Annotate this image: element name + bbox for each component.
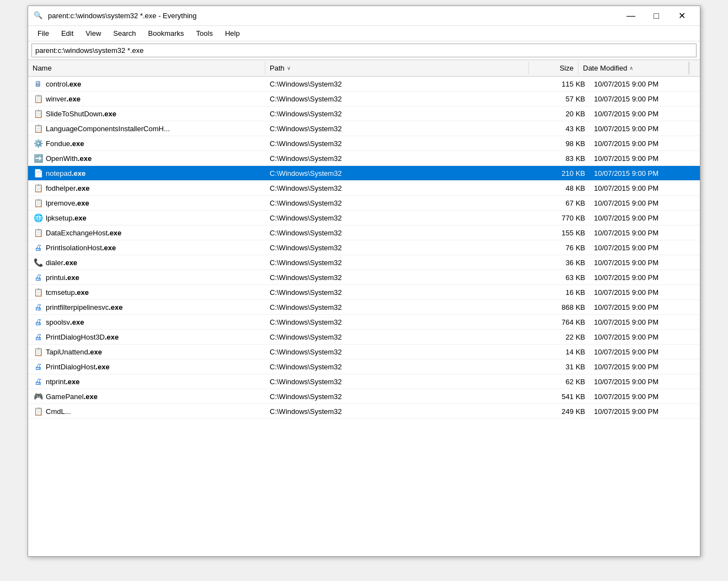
table-body: 🖥control.exeC:\Windows\System32115 KB10/… (28, 77, 700, 556)
menu-file[interactable]: File (33, 27, 54, 40)
cell-size: 249 KB (540, 404, 590, 418)
cell-date: 10/07/2015 9:00 PM (590, 92, 700, 106)
minimize-button[interactable]: — (618, 8, 644, 24)
file-name-text: PrintDialogHost.exe (46, 363, 110, 371)
cell-date: 10/07/2015 9:00 PM (590, 106, 700, 121)
cell-name: 🖨PrintIsolationHost.exe (28, 240, 265, 255)
table-row[interactable]: 📋SlideToShutDown.exeC:\Windows\System322… (28, 106, 700, 121)
close-button[interactable]: ✕ (669, 8, 694, 24)
table-row[interactable]: 🌐lpksetup.exeC:\Windows\System32770 KB10… (28, 211, 700, 225)
cell-size: 36 KB (540, 255, 590, 270)
file-name-text: printfilterpipelinesvc.exe (46, 303, 122, 311)
file-name-text: control.exe (46, 80, 81, 88)
cell-date: 10/07/2015 9:00 PM (590, 196, 700, 210)
file-icon: 📋 (33, 287, 44, 298)
file-icon: 📋 (33, 197, 44, 208)
col-header-name[interactable]: Name (28, 62, 265, 74)
menu-view[interactable]: View (81, 27, 106, 40)
file-name-text: fodhelper.exe (46, 184, 90, 192)
menu-help[interactable]: Help (220, 27, 245, 40)
cell-size: 31 KB (540, 359, 590, 374)
cell-path: C:\Windows\System32 (265, 166, 540, 180)
cell-size: 14 KB (540, 345, 590, 359)
table-row[interactable]: 🖨printfilterpipelinesvc.exeC:\Windows\Sy… (28, 300, 700, 315)
cell-path: C:\Windows\System32 (265, 404, 540, 418)
table-row[interactable]: 🖨PrintIsolationHost.exeC:\Windows\System… (28, 240, 700, 255)
file-icon: 🖨 (33, 242, 44, 253)
cell-name: 📋tcmsetup.exe (28, 285, 265, 299)
file-icon: 📋 (33, 346, 44, 357)
cell-name: ➡️OpenWith.exe (28, 151, 265, 165)
table-row[interactable]: 📋LanguageComponentsInstallerComH...C:\Wi… (28, 121, 700, 136)
cell-name: 🖥control.exe (28, 77, 265, 91)
cell-path: C:\Windows\System32 (265, 181, 540, 195)
table-row[interactable]: 🖨PrintDialogHost3D.exeC:\Windows\System3… (28, 330, 700, 345)
cell-path: C:\Windows\System32 (265, 359, 540, 374)
table-row[interactable]: ➡️OpenWith.exeC:\Windows\System3283 KB10… (28, 151, 700, 166)
menu-bookmarks[interactable]: Bookmarks (143, 27, 189, 40)
file-icon: 🖨 (33, 272, 44, 283)
cell-path: C:\Windows\System32 (265, 330, 540, 344)
cell-date: 10/07/2015 9:00 PM (590, 270, 700, 284)
maximize-button[interactable]: □ (644, 8, 669, 24)
window-controls: — □ ✕ (618, 8, 694, 24)
cell-date: 10/07/2015 9:00 PM (590, 315, 700, 329)
cell-name: 🖨PrintDialogHost.exe (28, 359, 265, 374)
table-row[interactable]: 🖨ntprint.exeC:\Windows\System3262 KB10/0… (28, 374, 700, 389)
cell-name: ⚙️Fondue.exe (28, 136, 265, 150)
cell-path: C:\Windows\System32 (265, 315, 540, 329)
cell-size: 63 KB (540, 270, 590, 284)
table-row[interactable]: 🖨spoolsv.exeC:\Windows\System32764 KB10/… (28, 315, 700, 330)
cell-path: C:\Windows\System32 (265, 240, 540, 255)
table-row[interactable]: 📋CmdL...C:\Windows\System32249 KB10/07/2… (28, 404, 700, 419)
table-row[interactable]: 📋tcmsetup.exeC:\Windows\System3216 KB10/… (28, 285, 700, 300)
table-row[interactable]: 🎮GamePanel.exeC:\Windows\System32541 KB1… (28, 389, 700, 404)
col-header-size[interactable]: Size (529, 62, 579, 74)
search-input[interactable] (31, 44, 697, 57)
table-row[interactable]: 📋DataExchangeHost.exeC:\Windows\System32… (28, 225, 700, 240)
cell-size: 57 KB (540, 92, 590, 106)
table-row[interactable]: ⚙️Fondue.exeC:\Windows\System3298 KB10/0… (28, 136, 700, 151)
window-title: parent:c:\windows\system32 *.exe - Every… (48, 12, 618, 20)
table-row[interactable]: 🖥control.exeC:\Windows\System32115 KB10/… (28, 77, 700, 92)
scrollbar-header (689, 62, 698, 74)
cell-path: C:\Windows\System32 (265, 255, 540, 270)
file-icon: ⚙️ (33, 138, 44, 149)
app-icon: 🔍 (34, 11, 44, 21)
file-icon: 🖨 (33, 361, 44, 372)
table-row[interactable]: 📋winver.exeC:\Windows\System3257 KB10/07… (28, 92, 700, 106)
cell-path: C:\Windows\System32 (265, 77, 540, 91)
cell-name: 🎮GamePanel.exe (28, 389, 265, 404)
cell-date: 10/07/2015 9:00 PM (590, 151, 700, 165)
file-name-text: LanguageComponentsInstallerComH... (46, 125, 170, 133)
table-row[interactable]: 🖨printui.exeC:\Windows\System3263 KB10/0… (28, 270, 700, 285)
cell-size: 20 KB (540, 106, 590, 121)
cell-date: 10/07/2015 9:00 PM (590, 211, 700, 225)
cell-date: 10/07/2015 9:00 PM (590, 389, 700, 404)
cell-size: 868 KB (540, 300, 590, 314)
cell-date: 10/07/2015 9:00 PM (590, 77, 700, 91)
cell-name: 📋winver.exe (28, 92, 265, 106)
col-header-date[interactable]: Date Modified ∧ (579, 62, 689, 74)
table-row[interactable]: 🖨PrintDialogHost.exeC:\Windows\System323… (28, 359, 700, 374)
menu-bar: File Edit View Search Bookmarks Tools He… (28, 26, 700, 41)
table-row[interactable]: 📄notepad.exeC:\Windows\System32210 KB10/… (28, 166, 700, 181)
menu-edit[interactable]: Edit (56, 27, 78, 40)
cell-path: C:\Windows\System32 (265, 270, 540, 284)
cell-size: 770 KB (540, 211, 590, 225)
cell-date: 10/07/2015 9:00 PM (590, 136, 700, 150)
cell-size: 83 KB (540, 151, 590, 165)
table-row[interactable]: 📋fodhelper.exeC:\Windows\System3248 KB10… (28, 181, 700, 196)
file-icon: 🖥 (33, 78, 44, 89)
file-icon: 🖨 (33, 302, 44, 313)
table-row[interactable]: 📋TapiUnattend.exeC:\Windows\System3214 K… (28, 345, 700, 359)
menu-tools[interactable]: Tools (191, 27, 218, 40)
file-name-text: ntprint.exe (46, 378, 79, 386)
cell-path: C:\Windows\System32 (265, 121, 540, 136)
col-header-path[interactable]: Path ∨ (265, 62, 529, 74)
file-name-text: notepad.exe (46, 169, 85, 177)
table-row[interactable]: 📞dialer.exeC:\Windows\System3236 KB10/07… (28, 255, 700, 270)
menu-search[interactable]: Search (108, 27, 141, 40)
table-row[interactable]: 📋lpremove.exeC:\Windows\System3267 KB10/… (28, 196, 700, 211)
file-name-text: PrintDialogHost3D.exe (46, 333, 119, 341)
